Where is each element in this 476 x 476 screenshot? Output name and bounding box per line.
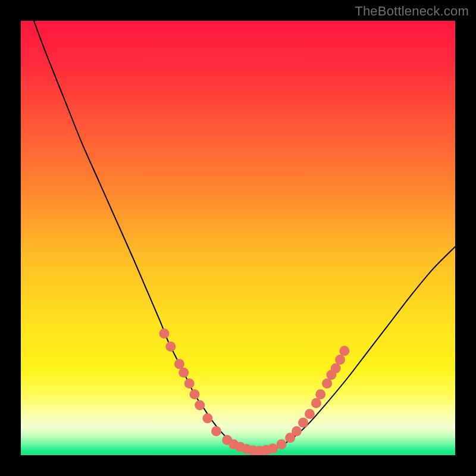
- data-point: [339, 346, 349, 356]
- data-point: [322, 378, 332, 389]
- data-point: [195, 400, 205, 411]
- watermark-text: TheBottleneck.com: [355, 4, 469, 19]
- chart-svg: [21, 21, 455, 455]
- data-point: [184, 378, 195, 389]
- data-point: [202, 413, 212, 423]
- data-point: [174, 359, 184, 369]
- data-point: [268, 444, 278, 454]
- data-point: [165, 342, 176, 352]
- data-point: [211, 426, 221, 436]
- plot-area: [21, 21, 455, 455]
- data-point: [311, 398, 321, 408]
- data-point: [331, 364, 341, 374]
- data-point: [190, 389, 200, 399]
- data-point: [305, 409, 315, 419]
- data-point: [335, 355, 345, 365]
- bottleneck-curve: [34, 21, 455, 451]
- data-point: [292, 426, 302, 436]
- data-point: [159, 328, 169, 339]
- chart-frame: TheBottleneck.com: [0, 0, 476, 476]
- data-point: [298, 418, 308, 428]
- data-point: [315, 389, 325, 399]
- data-point: [178, 368, 189, 378]
- data-point: [277, 439, 287, 449]
